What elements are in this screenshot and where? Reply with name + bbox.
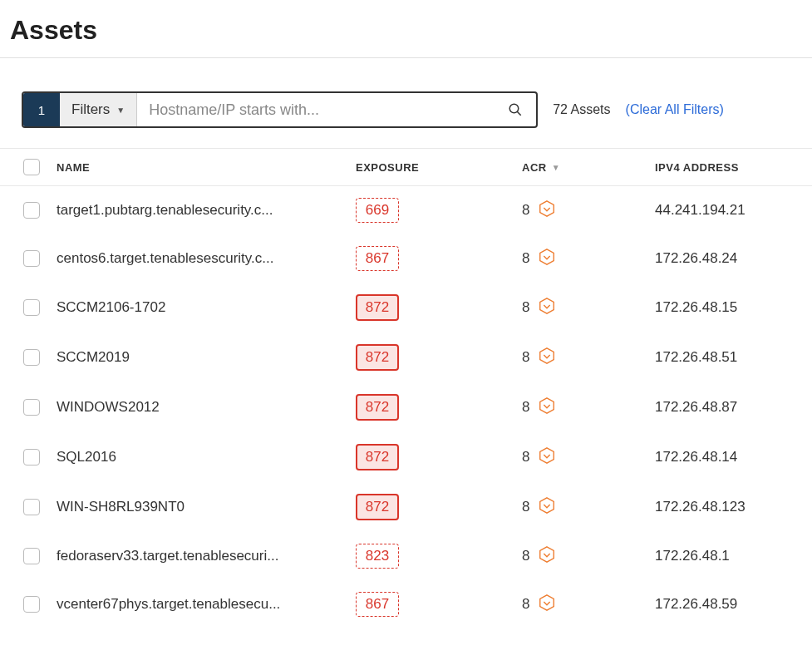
chevron-down-icon: ▼ <box>116 106 125 115</box>
asset-name: centos6.target.tenablesescurity.c... <box>57 250 356 267</box>
acr-cell: 8 <box>522 446 655 469</box>
clear-filters-link[interactable]: Clear All Filters <box>630 102 720 116</box>
asset-name: SCCM2106-1702 <box>57 299 356 316</box>
table-row[interactable]: SCCM20198728172.26.48.51 <box>0 332 812 382</box>
row-checkbox[interactable] <box>23 499 40 515</box>
table-row[interactable]: centos6.target.tenablesescurity.c...8678… <box>0 234 812 283</box>
row-check-cell <box>0 499 57 515</box>
acr-cell: 8 <box>522 297 655 319</box>
row-check-cell <box>0 596 57 613</box>
acr-value: 8 <box>522 449 529 466</box>
svg-marker-6 <box>540 397 554 412</box>
exposure-badge: 872 <box>356 494 399 520</box>
acr-value: 8 <box>522 499 529 515</box>
col-name[interactable]: NAME <box>57 161 356 174</box>
ipv4-address: 172.26.48.51 <box>655 349 812 366</box>
exposure-cell: 867 <box>356 246 522 271</box>
table-row[interactable]: vcenter67phys.target.tenablesecu...86781… <box>0 580 812 628</box>
exposure-cell: 872 <box>356 344 522 371</box>
shield-hexagon-icon <box>538 347 556 369</box>
shield-hexagon-icon <box>538 545 556 568</box>
svg-marker-5 <box>540 347 554 362</box>
asset-name: SCCM2019 <box>57 349 356 366</box>
filter-bar: 1 Filters ▼ 72 Assets (Clear All Filters… <box>0 58 812 148</box>
table-body: target1.pubtarg.tenablesecurity.c...6698… <box>0 186 812 628</box>
table-row[interactable]: SQL20168728172.26.48.14 <box>0 432 812 482</box>
acr-cell: 8 <box>522 347 655 369</box>
ipv4-address: 172.26.48.14 <box>655 449 812 466</box>
filter-input-group: 1 Filters ▼ <box>22 91 538 128</box>
asset-count: 72 Assets <box>553 102 610 117</box>
row-check-cell <box>0 548 57 564</box>
shield-hexagon-icon <box>538 200 556 222</box>
exposure-cell: 872 <box>356 444 522 470</box>
exposure-badge: 669 <box>356 198 399 223</box>
row-checkbox[interactable] <box>23 548 40 564</box>
asset-name: SQL2016 <box>57 449 356 466</box>
exposure-badge: 872 <box>356 294 399 321</box>
svg-marker-8 <box>540 497 554 512</box>
svg-marker-3 <box>540 249 554 264</box>
acr-cell: 8 <box>522 248 655 270</box>
search-input[interactable] <box>137 93 495 126</box>
exposure-cell: 872 <box>356 294 522 321</box>
svg-marker-2 <box>540 200 554 215</box>
col-acr[interactable]: ACR ▼ <box>522 161 655 174</box>
acr-cell: 8 <box>522 496 655 519</box>
search-icon <box>508 102 523 117</box>
select-all-cell <box>0 159 57 175</box>
exposure-badge: 867 <box>356 246 399 271</box>
svg-marker-4 <box>540 298 554 313</box>
table-row[interactable]: target1.pubtarg.tenablesecurity.c...6698… <box>0 186 812 234</box>
shield-hexagon-icon <box>538 446 556 469</box>
select-all-checkbox[interactable] <box>23 159 40 175</box>
row-checkbox[interactable] <box>23 596 40 613</box>
acr-cell: 8 <box>522 397 655 419</box>
row-check-cell <box>0 202 57 219</box>
row-checkbox[interactable] <box>23 202 40 219</box>
acr-value: 8 <box>522 202 529 219</box>
row-checkbox[interactable] <box>23 250 40 267</box>
table-row[interactable]: SCCM2106-17028728172.26.48.15 <box>0 283 812 332</box>
shield-hexagon-icon <box>538 496 556 519</box>
assets-table: NAME EXPOSURE ACR ▼ IPV4 ADDRESS target1… <box>0 148 812 628</box>
chevron-down-icon: ▼ <box>552 163 560 172</box>
row-check-cell <box>0 349 57 366</box>
table-row[interactable]: fedoraserv33.target.tenablesecuri...8238… <box>0 532 812 580</box>
exposure-cell: 669 <box>356 198 522 223</box>
filters-label: Filters <box>71 101 110 118</box>
svg-point-0 <box>509 104 519 113</box>
row-checkbox[interactable] <box>23 299 40 316</box>
acr-value: 8 <box>522 299 529 316</box>
exposure-badge: 823 <box>356 544 399 569</box>
asset-name: vcenter67phys.target.tenablesecu... <box>57 596 356 613</box>
shield-hexagon-icon <box>538 248 556 270</box>
ipv4-address: 44.241.194.21 <box>655 202 812 219</box>
exposure-cell: 867 <box>356 592 522 617</box>
row-checkbox[interactable] <box>23 349 40 366</box>
shield-hexagon-icon <box>538 297 556 319</box>
svg-marker-10 <box>540 594 554 609</box>
search-button[interactable] <box>495 93 536 126</box>
row-check-cell <box>0 299 57 316</box>
row-checkbox[interactable] <box>23 399 40 416</box>
acr-cell: 8 <box>522 545 655 568</box>
filters-button[interactable]: Filters ▼ <box>60 93 137 126</box>
row-checkbox[interactable] <box>23 449 40 466</box>
col-exposure[interactable]: EXPOSURE <box>356 161 522 174</box>
acr-value: 8 <box>522 548 529 564</box>
row-check-cell <box>0 250 57 267</box>
table-row[interactable]: WIN-SH8RL939NT08728172.26.48.123 <box>0 482 812 532</box>
ipv4-address: 172.26.48.59 <box>655 596 812 613</box>
table-row[interactable]: WINDOWS20128728172.26.48.87 <box>0 382 812 432</box>
svg-marker-9 <box>540 546 554 561</box>
page-title: Assets <box>0 0 812 58</box>
col-ipv4[interactable]: IPV4 ADDRESS <box>655 161 812 174</box>
row-check-cell <box>0 399 57 416</box>
acr-value: 8 <box>522 250 529 267</box>
asset-name: WIN-SH8RL939NT0 <box>57 499 356 515</box>
acr-value: 8 <box>522 596 529 613</box>
acr-cell: 8 <box>522 200 655 222</box>
acr-value: 8 <box>522 399 529 416</box>
svg-line-1 <box>517 111 521 116</box>
